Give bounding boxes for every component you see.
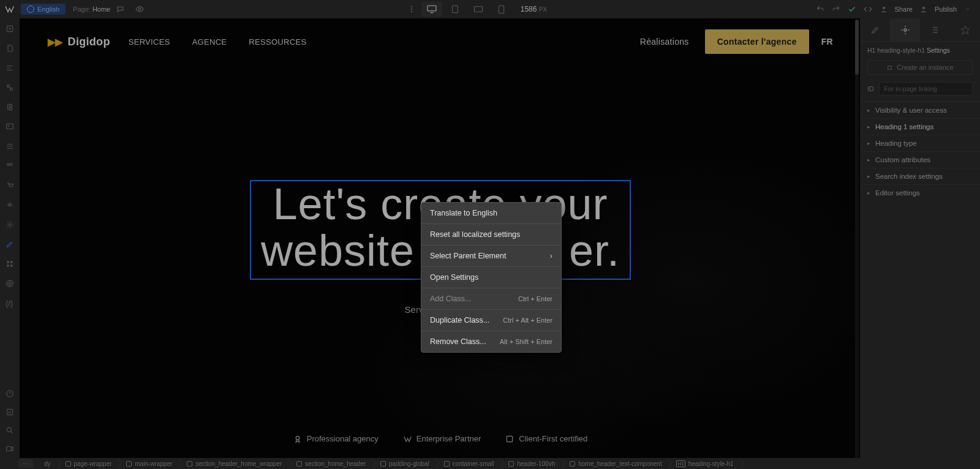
svg-point-28 bbox=[296, 436, 300, 440]
page-name-display[interactable]: Page: Home bbox=[73, 6, 110, 13]
settings-icon[interactable] bbox=[6, 220, 14, 229]
comments-icon[interactable] bbox=[112, 1, 128, 17]
acc-editor-settings[interactable]: Editor settings bbox=[860, 184, 980, 201]
breadcrumb-label: container-small bbox=[453, 460, 494, 467]
video-icon[interactable] bbox=[6, 445, 14, 453]
id-label: ID bbox=[867, 85, 874, 92]
language-switch[interactable]: FR bbox=[821, 37, 833, 47]
svg-rect-7 bbox=[499, 6, 504, 13]
nav-agence[interactable]: AGENCE bbox=[192, 37, 227, 47]
nav-ressources[interactable]: RESSOURCES bbox=[249, 37, 306, 47]
user-icon[interactable] bbox=[879, 4, 889, 14]
font-icon[interactable]: {f} bbox=[6, 299, 14, 307]
publish-button[interactable]: Publish bbox=[935, 6, 957, 13]
certified-icon bbox=[505, 435, 514, 443]
variables-icon[interactable] bbox=[6, 103, 14, 111]
status-ok-icon bbox=[847, 4, 857, 14]
tab-element-settings[interactable] bbox=[890, 18, 920, 41]
breadcrumb-more[interactable]: ⋯ bbox=[18, 459, 33, 468]
brand-name: Digidop bbox=[68, 36, 110, 48]
breakpoint-menu-icon[interactable] bbox=[404, 1, 420, 17]
breadcrumb-item[interactable]: page-wrapper bbox=[57, 458, 118, 469]
pen-icon[interactable] bbox=[6, 240, 14, 249]
badge-professional-label: Professional agency bbox=[307, 434, 379, 443]
right-panel: H1 heading-style-h1 Settings Create an i… bbox=[860, 18, 980, 459]
logic-icon[interactable] bbox=[6, 201, 14, 209]
breakpoint-mobile-landscape[interactable] bbox=[468, 2, 489, 17]
scrollbar-thumb[interactable] bbox=[855, 20, 859, 75]
ctx-translate[interactable]: Translate to English bbox=[421, 203, 561, 223]
ctx-remove-class-kbd: Alt + Shift + Enter bbox=[500, 338, 552, 345]
acc-custom-attributes[interactable]: Custom attributes bbox=[860, 151, 980, 168]
left-toolbar: {f} ? bbox=[0, 18, 20, 459]
ctx-reset-localized[interactable]: Reset all localized settings bbox=[421, 223, 561, 245]
ctx-remove-class[interactable]: Remove Class... Alt + Shift + Enter bbox=[421, 331, 561, 352]
contact-cta-button[interactable]: Contacter l'agence bbox=[705, 29, 809, 54]
language-selector[interactable]: English bbox=[21, 4, 66, 15]
pages-icon[interactable] bbox=[6, 44, 14, 53]
acc-search-index[interactable]: Search index settings bbox=[860, 168, 980, 184]
language-label: English bbox=[37, 6, 59, 13]
svg-rect-31 bbox=[888, 66, 892, 69]
nav-realizations[interactable]: Réalisations bbox=[640, 37, 689, 47]
acc-heading-type[interactable]: Heading type bbox=[860, 135, 980, 151]
right-panel-tabs bbox=[860, 18, 980, 42]
breadcrumb-item[interactable]: container-small bbox=[435, 458, 500, 469]
chevron-down-icon[interactable] bbox=[963, 4, 973, 14]
navigator-icon[interactable] bbox=[6, 64, 14, 72]
breakpoint-tablet[interactable] bbox=[445, 2, 466, 17]
code-export-icon[interactable] bbox=[863, 4, 873, 14]
ctx-duplicate-class-kbd: Ctrl + Alt + Enter bbox=[503, 317, 552, 324]
share-button[interactable]: Share bbox=[895, 6, 913, 13]
create-instance-button[interactable]: Create an instance bbox=[867, 60, 973, 75]
breakpoint-mobile-portrait[interactable] bbox=[491, 2, 512, 17]
breadcrumb-item[interactable]: header-100vh bbox=[500, 458, 561, 469]
ctx-open-settings-label: Open Settings bbox=[430, 273, 478, 282]
apps-icon[interactable] bbox=[6, 260, 14, 268]
redo-icon[interactable] bbox=[831, 4, 841, 14]
add-element-icon[interactable] bbox=[6, 24, 14, 33]
ctx-open-settings[interactable]: Open Settings bbox=[421, 266, 561, 288]
settings-title-prefix: H1 heading-style-h1 bbox=[867, 47, 927, 54]
breadcrumb-item[interactable]: section_header_home_wrapper bbox=[178, 458, 288, 469]
breakpoint-desktop[interactable] bbox=[421, 2, 442, 17]
help-icon[interactable]: ? bbox=[6, 389, 14, 398]
breadcrumb-item[interactable]: padding-global bbox=[372, 458, 435, 469]
acc-heading-settings[interactable]: Heading 1 settings bbox=[860, 118, 980, 135]
webflow-logo[interactable] bbox=[0, 0, 18, 18]
context-menu: Translate to English Reset all localized… bbox=[421, 202, 562, 353]
canvas-scrollbar[interactable] bbox=[855, 20, 859, 459]
ctx-duplicate-class[interactable]: Duplicate Class... Ctrl + Alt + Enter bbox=[421, 309, 561, 331]
element-id-row: ID For in-page linking bbox=[860, 80, 980, 102]
svg-point-26 bbox=[7, 427, 11, 432]
tab-style-manager[interactable] bbox=[920, 18, 950, 41]
canvas-width-display[interactable]: 1586 PX bbox=[521, 5, 547, 13]
svg-point-15 bbox=[7, 163, 9, 166]
ctx-add-class[interactable]: Add Class... Ctrl + Enter bbox=[421, 288, 561, 309]
breadcrumb-item[interactable]: section_home_header bbox=[288, 458, 372, 469]
users-icon[interactable] bbox=[6, 162, 14, 170]
search-icon[interactable] bbox=[6, 426, 14, 435]
breadcrumb-item[interactable]: home_header_text-component bbox=[561, 458, 668, 469]
undo-icon[interactable] bbox=[815, 4, 825, 14]
breadcrumb-item[interactable]: main-wrapper bbox=[118, 458, 178, 469]
nav-services[interactable]: SERVICES bbox=[129, 37, 170, 47]
audit-icon[interactable] bbox=[6, 408, 14, 416]
tab-style[interactable] bbox=[860, 18, 890, 41]
ecommerce-icon[interactable] bbox=[6, 181, 14, 190]
tab-interactions[interactable] bbox=[950, 18, 980, 41]
breadcrumb-item[interactable]: H1heading-style-h1 bbox=[668, 458, 739, 469]
badge-certified: Client-First certified bbox=[505, 434, 587, 443]
breadcrumb-label: section_header_home_wrapper bbox=[195, 460, 282, 467]
assets-icon[interactable] bbox=[6, 122, 14, 131]
preview-eye-icon[interactable] bbox=[132, 1, 148, 17]
breadcrumb-item[interactable]: dy bbox=[36, 458, 57, 469]
ctx-select-parent[interactable]: Select Parent Element bbox=[421, 245, 561, 266]
ctx-reset-localized-label: Reset all localized settings bbox=[430, 230, 520, 239]
acc-visibility[interactable]: Visibility & user access bbox=[860, 102, 980, 118]
components-icon[interactable] bbox=[6, 83, 14, 92]
brand-logo[interactable]: ▶▶ Digidop bbox=[48, 36, 110, 48]
globe-icon[interactable] bbox=[6, 279, 14, 288]
cms-icon[interactable] bbox=[6, 142, 14, 151]
id-input[interactable]: For in-page linking bbox=[879, 82, 973, 96]
